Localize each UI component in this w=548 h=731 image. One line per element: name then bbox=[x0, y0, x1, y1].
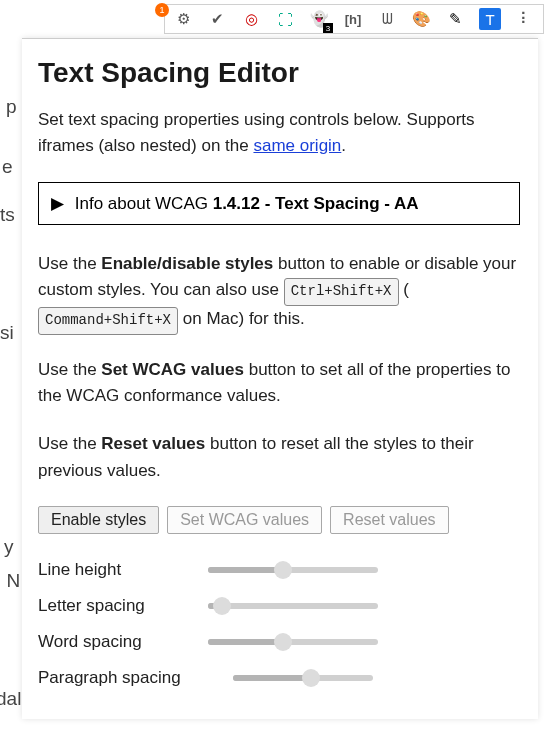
text-spacing-icon[interactable]: T bbox=[479, 8, 501, 30]
slider-label: Line height bbox=[38, 560, 208, 580]
wcag-info-disclosure[interactable]: ▶ Info about WCAG 1.4.12 - Text Spacing … bbox=[38, 182, 520, 225]
eyedropper-icon[interactable]: ✎ bbox=[445, 9, 465, 29]
panel-title: Text Spacing Editor bbox=[38, 57, 520, 89]
enable-disable-help-text: Use the Enable/disable styles button to … bbox=[38, 251, 520, 335]
word-spacing-slider[interactable] bbox=[208, 634, 378, 650]
panel-description: Set text spacing properties using contro… bbox=[38, 107, 520, 158]
reset-values-button[interactable]: Reset values bbox=[330, 506, 449, 534]
background-page-text: p e ts si y . N dal bbox=[0, 0, 22, 731]
heading-icon[interactable]: [h] bbox=[343, 9, 363, 29]
kbd-shortcut-win: Ctrl+Shift+X bbox=[284, 278, 399, 306]
check-icon[interactable]: ✔ bbox=[207, 9, 227, 29]
line-height-slider[interactable] bbox=[208, 562, 378, 578]
set-wcag-help-text: Use the Set WCAG values button to set al… bbox=[38, 357, 520, 410]
text-spacing-editor-panel: Text Spacing Editor Set text spacing pro… bbox=[22, 38, 538, 719]
letter-spacing-slider[interactable] bbox=[208, 598, 378, 614]
kbd-shortcut-mac: Command+Shift+X bbox=[38, 307, 178, 335]
sliders-group: Line height Letter spacing Word spacing bbox=[38, 560, 520, 688]
action-buttons: Enable styles Set WCAG values Reset valu… bbox=[38, 506, 520, 534]
slider-row-line-height: Line height bbox=[38, 560, 520, 580]
ghost-badge: 3 bbox=[323, 23, 333, 33]
reset-help-text: Use the Reset values button to reset all… bbox=[38, 431, 520, 484]
wave-icon[interactable]: ᗯ bbox=[377, 9, 397, 29]
slider-label: Letter spacing bbox=[38, 596, 208, 616]
slider-row-letter-spacing: Letter spacing bbox=[38, 596, 520, 616]
same-origin-link[interactable]: same origin bbox=[253, 136, 341, 155]
gear-icon[interactable]: ⚙ bbox=[173, 9, 193, 29]
ghost-icon[interactable]: 👻 3 bbox=[309, 9, 329, 29]
slider-row-word-spacing: Word spacing bbox=[38, 632, 520, 652]
slider-label: Word spacing bbox=[38, 632, 208, 652]
slider-row-paragraph-spacing: Paragraph spacing bbox=[38, 668, 520, 688]
disclosure-triangle-icon: ▶ bbox=[51, 193, 64, 214]
notification-badge[interactable]: 1 bbox=[155, 3, 169, 17]
extensions-icon[interactable]: ⠇ bbox=[515, 9, 535, 29]
frame-icon[interactable]: ⛶ bbox=[275, 9, 295, 29]
set-wcag-values-button[interactable]: Set WCAG values bbox=[167, 506, 322, 534]
enable-styles-button[interactable]: Enable styles bbox=[38, 506, 159, 534]
paragraph-spacing-slider[interactable] bbox=[233, 670, 373, 686]
target-icon[interactable]: ◎ bbox=[241, 9, 261, 29]
slider-label: Paragraph spacing bbox=[38, 668, 233, 688]
palette-icon[interactable]: 🎨 bbox=[411, 9, 431, 29]
extension-toolbar: 1 ⚙ ✔ ◎ ⛶ 👻 3 [h] ᗯ 🎨 ✎ T ⠇ bbox=[164, 4, 544, 34]
